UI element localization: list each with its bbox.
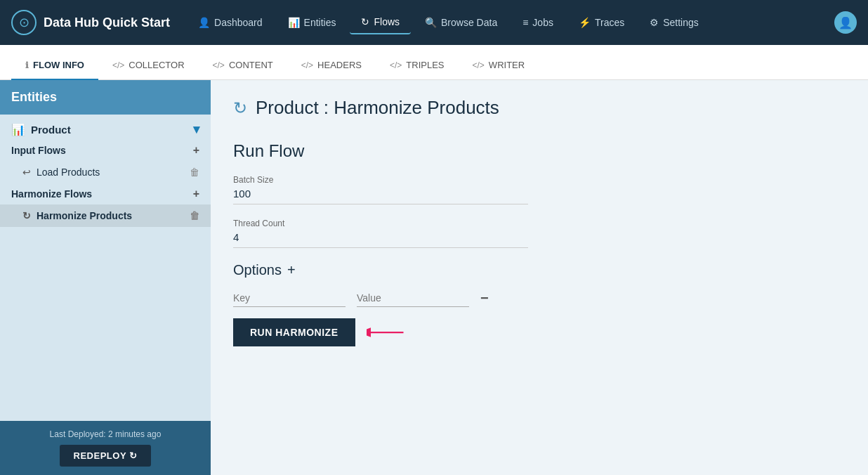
harmonize-products-icon: ↻	[22, 210, 31, 221]
harmonize-flows-add-icon[interactable]: +	[193, 188, 199, 200]
harmonize-flows-label: Harmonize Flows	[11, 188, 92, 200]
page-title: ↻ Product : Harmonize Products	[233, 97, 846, 119]
writer-tab-icon: </>	[473, 60, 485, 70]
options-value-input[interactable]	[357, 289, 469, 307]
sidebar-item-load-products[interactable]: ↩ Load Products 🗑	[0, 161, 211, 183]
tab-writer[interactable]: </> WRITER	[459, 51, 539, 80]
thread-count-group: Thread Count 4	[233, 219, 846, 248]
batch-size-value: 100	[233, 188, 528, 204]
collector-tab-icon: </>	[112, 60, 124, 70]
nav-settings-label: Settings	[663, 17, 699, 28]
nav-right: 👤	[834, 11, 857, 34]
sidebar-bottom: Last Deployed: 2 minutes ago REDEPLOY ↻	[0, 421, 211, 475]
batch-size-group: Batch Size 100	[233, 175, 846, 204]
sidebar-group-input-flows: Input Flows +	[0, 140, 211, 161]
thread-count-value: 4	[233, 231, 528, 248]
run-flow-title: Run Flow	[233, 141, 846, 161]
settings-icon: ⚙	[650, 17, 659, 28]
tab-writer-label: WRITER	[489, 60, 525, 70]
sidebar: Entities 📊 Product ▾ Input Flows + ↩ Loa…	[0, 80, 211, 475]
product-expand-icon[interactable]: ▾	[193, 122, 199, 137]
run-button-container: RUN HARMONIZE	[233, 318, 846, 346]
load-products-label: Load Products	[37, 167, 100, 178]
tab-content-label: CONTENT	[229, 60, 273, 70]
sidebar-section-product[interactable]: 📊 Product ▾	[0, 115, 211, 140]
nav-traces[interactable]: ⚡ Traces	[567, 11, 636, 34]
options-label: Options	[233, 262, 282, 278]
options-row: −	[233, 289, 846, 307]
top-nav: ⊙ Data Hub Quick Start 👤 Dashboard 📊 Ent…	[0, 0, 868, 45]
batch-size-label: Batch Size	[233, 175, 846, 185]
jobs-icon: ≡	[522, 17, 528, 28]
arrow-svg	[367, 322, 409, 343]
nav-dashboard[interactable]: 👤 Dashboard	[187, 11, 274, 34]
input-flows-add-icon[interactable]: +	[193, 144, 199, 157]
run-harmonize-button[interactable]: RUN HARMONIZE	[233, 318, 355, 346]
nav-jobs-label: Jobs	[532, 17, 553, 28]
nav-entities[interactable]: 📊 Entities	[277, 11, 348, 34]
nav-dashboard-label: Dashboard	[214, 17, 263, 28]
nav-links: 👤 Dashboard 📊 Entities ↻ Flows 🔍 Browse …	[187, 11, 834, 34]
deploy-status-text: Last Deployed: 2 minutes ago	[50, 429, 162, 439]
tab-collector-label: COLLECTOR	[129, 60, 184, 70]
dashboard-icon: 👤	[198, 17, 210, 28]
app-logo-icon: ⊙	[11, 10, 37, 35]
nav-flows[interactable]: ↻ Flows	[350, 11, 411, 34]
redeploy-button[interactable]: REDEPLOY ↻	[60, 445, 152, 467]
page-flow-icon: ↻	[233, 98, 247, 118]
sidebar-header: Entities	[0, 80, 211, 115]
tab-triples-label: TRIPLES	[406, 60, 444, 70]
tab-content[interactable]: </> CONTENT	[199, 51, 287, 80]
input-flows-label: Input Flows	[11, 145, 66, 156]
flow-info-tab-icon: ℹ	[25, 60, 29, 70]
tab-headers-label: HEADERS	[317, 60, 362, 70]
harmonize-products-delete-icon[interactable]: 🗑	[190, 210, 199, 221]
traces-icon: ⚡	[579, 17, 591, 28]
tab-triples[interactable]: </> TRIPLES	[376, 51, 459, 80]
sidebar-group-harmonize-flows: Harmonize Flows +	[0, 183, 211, 204]
sidebar-item-harmonize-products[interactable]: ↻ Harmonize Products 🗑	[0, 204, 211, 227]
tab-collector[interactable]: </> COLLECTOR	[98, 51, 199, 80]
load-products-icon: ↩	[22, 167, 31, 178]
headers-tab-icon: </>	[301, 60, 313, 70]
harmonize-products-label: Harmonize Products	[37, 210, 132, 221]
options-header: Options +	[233, 262, 846, 278]
entities-icon: 📊	[288, 17, 300, 28]
thread-count-label: Thread Count	[233, 219, 846, 228]
nav-jobs[interactable]: ≡ Jobs	[511, 11, 565, 34]
page-title-text: Product : Harmonize Products	[256, 97, 499, 119]
nav-logo[interactable]: ⊙ Data Hub Quick Start	[11, 10, 170, 35]
sub-tabs: ℹ FLOW INFO </> COLLECTOR </> CONTENT </…	[0, 45, 868, 80]
content-tab-icon: </>	[213, 60, 225, 70]
options-remove-icon[interactable]: −	[480, 290, 489, 306]
options-add-icon[interactable]: +	[287, 262, 296, 278]
flows-icon: ↻	[361, 16, 369, 27]
product-section-label: Product	[31, 124, 71, 136]
nav-entities-label: Entities	[304, 17, 336, 28]
content-area: ↻ Product : Harmonize Products Run Flow …	[211, 80, 868, 475]
product-section-icon: 📊	[11, 123, 25, 136]
tab-flow-info-label: FLOW INFO	[33, 60, 84, 70]
triples-tab-icon: </>	[390, 60, 402, 70]
nav-settings[interactable]: ⚙ Settings	[638, 11, 710, 34]
options-key-input[interactable]	[233, 289, 346, 307]
nav-browse-data[interactable]: 🔍 Browse Data	[414, 11, 508, 34]
browse-data-icon: 🔍	[425, 17, 437, 28]
nav-browse-data-label: Browse Data	[441, 17, 497, 28]
arrow-indicator	[367, 322, 409, 343]
nav-traces-label: Traces	[595, 17, 624, 28]
user-avatar[interactable]: 👤	[834, 11, 857, 34]
tab-flow-info[interactable]: ℹ FLOW INFO	[11, 51, 98, 80]
app-title: Data Hub Quick Start	[44, 15, 170, 30]
load-products-delete-icon[interactable]: 🗑	[190, 167, 199, 178]
main-layout: Entities 📊 Product ▾ Input Flows + ↩ Loa…	[0, 80, 868, 475]
tab-headers[interactable]: </> HEADERS	[287, 51, 376, 80]
nav-flows-label: Flows	[374, 16, 400, 27]
